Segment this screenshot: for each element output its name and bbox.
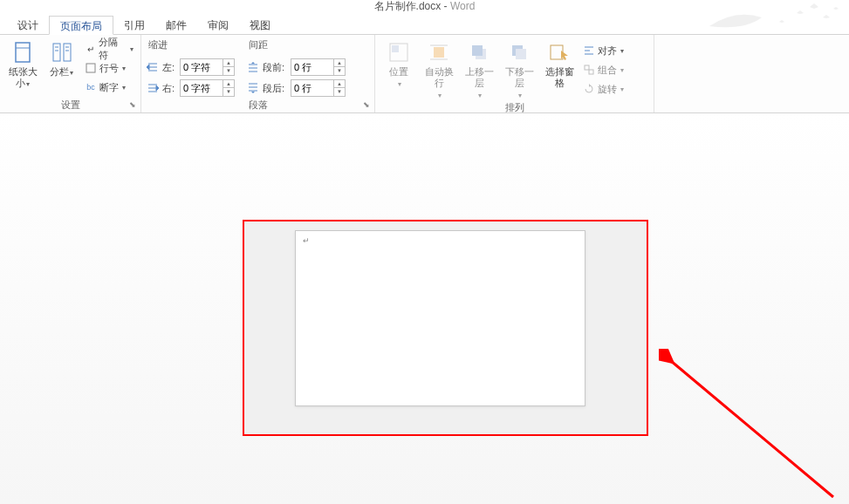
indent-right-spinner[interactable]: ▲▼ (180, 79, 235, 97)
space-after-icon (247, 82, 259, 94)
space-before-label: 段前: (263, 61, 287, 74)
tab-page-layout[interactable]: 页面布局 (49, 16, 113, 35)
svg-rect-17 (551, 45, 563, 59)
columns-button[interactable]: 分栏▾ (45, 38, 80, 78)
spin-up[interactable]: ▲ (223, 59, 234, 67)
indent-left-icon (147, 61, 159, 73)
space-after-label: 段后: (263, 82, 287, 95)
paragraph-launcher[interactable]: ⬊ (361, 99, 372, 110)
indent-right-icon (147, 82, 159, 94)
bring-forward-icon (467, 40, 491, 65)
app-name: Word (450, 0, 475, 12)
position-icon (387, 40, 411, 65)
svg-rect-7 (86, 64, 95, 72)
title-bar: 名片制作.docx - Word (0, 0, 849, 16)
line-numbers-icon (85, 62, 97, 74)
hyphenation-icon: bc (85, 81, 97, 93)
group-label-paragraph: 段落 (147, 99, 369, 112)
svg-rect-18 (585, 65, 589, 70)
selection-pane-icon (547, 40, 572, 65)
indent-right-label: 右: (162, 82, 176, 95)
group-arrange: 位置▾ 自动换行▾ 上移一层▾ 下移一层▾ 选择窗格 对齐▾ (375, 35, 654, 112)
group-icon (583, 64, 595, 76)
breaks-icon: ↵ (85, 43, 96, 55)
group-page-setup: 纸张大小▾ 分栏▾ ↵ 分隔符▾ 行号▾ bc 断字▾ (0, 35, 141, 112)
svg-rect-0 (16, 43, 30, 62)
group-label-setup: 设置 (5, 99, 135, 112)
setup-launcher[interactable]: ⬊ (127, 99, 138, 110)
annotation-arrow (659, 349, 842, 504)
align-button[interactable]: 对齐▾ (581, 42, 626, 59)
selection-pane-button[interactable]: 选择窗格 (541, 38, 578, 89)
bring-forward-button[interactable]: 上移一层▾ (461, 38, 497, 101)
paragraph-mark-icon: ↵ (303, 236, 310, 245)
doc-title: 名片制作.docx (374, 0, 442, 12)
space-after-input[interactable] (291, 82, 333, 94)
wrap-icon (427, 40, 451, 65)
document-page[interactable]: ↵ (295, 230, 585, 406)
spacing-title: 间距 (247, 38, 346, 51)
group-button[interactable]: 组合▾ (581, 61, 626, 78)
spin-up[interactable]: ▲ (334, 80, 345, 88)
indent-title: 缩进 (147, 38, 235, 51)
svg-rect-14 (472, 45, 483, 56)
spin-down[interactable]: ▼ (334, 67, 345, 75)
breaks-button[interactable]: ↵ 分隔符▾ (83, 40, 135, 58)
svg-rect-19 (589, 70, 593, 74)
ribbon-tabs: 设计 页面布局 引用 邮件 审阅 视图 (0, 16, 849, 35)
spin-down[interactable]: ▼ (334, 88, 345, 96)
indent-left-input[interactable] (181, 61, 223, 73)
paper-size-button[interactable]: 纸张大小▾ (5, 38, 41, 90)
columns-icon (50, 40, 74, 65)
tab-references[interactable]: 引用 (113, 16, 155, 34)
ribbon: 纸张大小▾ 分栏▾ ↵ 分隔符▾ 行号▾ bc 断字▾ (0, 35, 849, 113)
tab-view[interactable]: 视图 (239, 16, 281, 34)
position-button[interactable]: 位置▾ (380, 38, 417, 90)
space-before-icon (247, 61, 259, 73)
document-area: ↵ (0, 113, 849, 504)
tab-mail[interactable]: 邮件 (155, 16, 197, 34)
svg-rect-2 (64, 44, 71, 61)
svg-rect-9 (392, 45, 399, 52)
indent-left-spinner[interactable]: ▲▼ (180, 58, 235, 76)
indent-right-input[interactable] (181, 82, 223, 94)
spin-up[interactable]: ▲ (334, 59, 345, 67)
rotate-icon (583, 83, 595, 95)
spin-up[interactable]: ▲ (223, 80, 234, 88)
svg-rect-16 (516, 49, 526, 59)
tab-review[interactable]: 审阅 (197, 16, 239, 34)
indent-left-label: 左: (162, 61, 176, 74)
send-backward-button[interactable]: 下移一层▾ (501, 38, 537, 101)
rotate-button[interactable]: 旋转▾ (581, 80, 626, 98)
tab-design[interactable]: 设计 (7, 16, 49, 34)
wrap-text-button[interactable]: 自动换行▾ (421, 38, 457, 101)
spin-down[interactable]: ▼ (223, 67, 234, 75)
space-after-spinner[interactable]: ▲▼ (291, 79, 346, 97)
svg-line-20 (671, 361, 833, 497)
space-before-spinner[interactable]: ▲▼ (291, 58, 346, 76)
send-backward-icon (507, 40, 531, 65)
svg-rect-10 (434, 47, 444, 58)
align-icon (583, 44, 595, 57)
hyphenation-button[interactable]: bc 断字▾ (83, 78, 135, 96)
svg-rect-1 (53, 44, 60, 61)
spin-down[interactable]: ▼ (223, 88, 234, 96)
line-numbers-button[interactable]: 行号▾ (83, 59, 135, 77)
space-before-input[interactable] (291, 61, 333, 73)
paper-size-icon (10, 40, 35, 65)
group-paragraph: 缩进 左: ▲▼ 右: (141, 35, 375, 112)
